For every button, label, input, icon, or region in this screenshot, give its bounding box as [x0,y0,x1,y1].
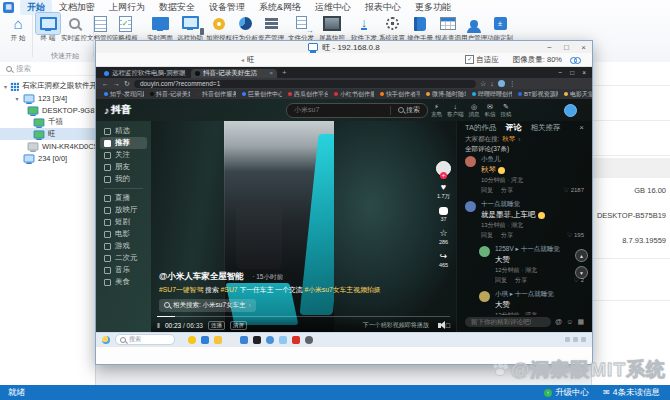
tree-node-4[interactable]: 旺 [0,128,95,140]
download-icon[interactable]: ↓ [490,80,494,87]
unread-messages-button[interactable]: ✉ 4条未读信息 [603,387,660,399]
weather-icon[interactable] [102,336,110,344]
remote-taskbar-app-4[interactable] [240,336,248,344]
remote-taskbar-app-1[interactable] [201,336,209,344]
bookmark-1[interactable]: 抖音-记录美好生活 [150,90,190,99]
sidebar-item-音乐[interactable]: 音乐 [100,264,147,276]
remote-close-icon[interactable]: × [582,69,586,76]
header-item-4[interactable]: ✎投稿 [501,103,512,118]
remote-taskbar-app-6[interactable] [266,336,274,344]
tool-doc-control[interactable] [88,13,112,34]
video-player[interactable]: ♥1.7万37☆286↪465 @小米人车家全屋智能 · 15小时前 #SU7一… [151,121,456,332]
sidebar-item-短剧[interactable]: 短剧 [100,216,147,228]
reply-button[interactable]: 回复 [481,231,493,240]
sidebar-item-直播[interactable]: 直播 [100,192,147,204]
profile-avatar[interactable] [498,80,505,87]
mention-icon[interactable]: @ [555,318,562,326]
remote-taskbar-app-9[interactable] [305,336,313,344]
tool-remote-assist[interactable] [178,13,202,34]
tree-expander[interactable]: ▾ [14,95,20,102]
bookmark-2[interactable]: 抖音创作服务平台 [196,90,236,99]
tool-realtime-monitor[interactable] [62,13,86,34]
commenter-avatar[interactable] [479,291,490,302]
action-share[interactable]: ↪465 [439,252,448,268]
bookmark-5[interactable]: 小红书创作服务平台 [334,90,374,99]
related-search-pill[interactable]: 相关搜索: 小米su7女车主 › [159,299,256,312]
tool-system-settings[interactable] [380,13,404,34]
action-comment[interactable]: 37 [439,207,448,222]
progress-bar[interactable] [157,316,450,317]
autoplay-toggle[interactable]: 连播 [208,321,225,330]
hot-search-term[interactable]: 秋琴 [502,135,515,144]
header-item-1[interactable]: ↓客户端 [447,103,464,118]
sidebar-item-放映厅[interactable]: 放映厅 [100,204,147,216]
remote-taskbar-app-2[interactable] [214,336,222,344]
tab-close-icon[interactable]: × [269,70,273,76]
remote-taskbar-app-5[interactable] [253,336,261,344]
share-button[interactable]: 分享 [501,186,513,195]
sidebar-item-电影[interactable]: 电影 [100,228,147,240]
action-star[interactable]: ☆286 [439,229,448,245]
link-icon[interactable] [570,57,580,63]
tool-behavior-analysis[interactable] [233,13,257,34]
remote-taskbar-search[interactable]: 搜索 [115,334,175,345]
panel-close-icon[interactable]: × [579,123,584,132]
remote-minimize-icon[interactable]: − [558,69,562,76]
tree-node-6[interactable]: 234 [0/0] [0,152,95,164]
tree-node-2[interactable]: DESKTOP-9G8NA80 [0,104,95,116]
volume-icon[interactable] [438,323,441,328]
upgrade-center-button[interactable]: ↑ 升级中心 [544,387,589,399]
commenter-avatar[interactable] [479,246,490,257]
tool-report-query[interactable] [436,13,460,34]
like-count[interactable]: ♡ 195 [567,231,584,240]
douyin-search-input[interactable]: 小米su7 搜索 [286,103,428,118]
tool-screen-snapshot[interactable] [320,13,344,34]
sidebar-item-推荐[interactable]: 推荐 [100,137,147,149]
sidebar-item-游戏[interactable]: 游戏 [100,240,147,252]
remote-taskbar-app-3[interactable] [227,336,235,344]
sidebar-item-二次元[interactable]: 二次元 [100,252,147,264]
comment-input[interactable]: 留下你的精彩评论吧! [465,317,551,327]
minimize-button[interactable]: − [541,41,558,53]
terminal-tab[interactable]: ◂ 旺 [241,55,255,65]
reload-icon[interactable]: ↻ [124,80,130,88]
bookmark-3[interactable]: 巨量创作中心 [242,90,282,99]
tool-home[interactable]: ⌂ [6,13,30,34]
remote-taskbar-app-0[interactable] [188,336,196,344]
scroll-up-button[interactable]: ▲ [575,249,588,262]
url-field[interactable]: douyin.com/?recommend=1 [134,80,476,88]
close-button[interactable]: × [575,41,592,53]
bookmark-7[interactable]: 微博-随时随地 [426,90,466,99]
action-heart[interactable]: ♥1.7万 [437,183,450,200]
hashtag[interactable]: #SU7 [221,286,238,293]
tree-node-3[interactable]: 千禧 [0,116,95,128]
panel-tab-0[interactable]: TA的作品 [465,123,497,133]
commenter-avatar[interactable] [465,201,476,212]
tree-node-1[interactable]: ▾123 [3/4] [0,92,95,104]
fit-checkbox[interactable]: ✓ [465,55,474,64]
remote-browser-tab-1[interactable]: 抖音-记录美好生活× [191,69,277,78]
header-item-2[interactable]: ◎消息 [469,103,480,118]
hashtag[interactable]: #小米su7女车主视频拍摄 [304,286,380,293]
video-author[interactable]: @小米人车家全屋智能 [159,271,244,281]
bookmark-6[interactable]: 快手创作者平台 [380,90,420,99]
scroll-down-button[interactable]: ▼ [575,266,588,279]
reply-button[interactable]: 回复 [495,276,507,285]
header-item-0[interactable]: ⚡充电 [431,103,442,118]
tool-live-screen[interactable] [148,13,172,34]
menu-icon[interactable]: ⋮ [509,80,516,88]
sidebar-item-精选[interactable]: 精选 [100,125,147,137]
tree-node-0[interactable]: ▾石家庄洞察之眼软件开发有限公司 [0,80,95,92]
panel-tab-2[interactable]: 相关推荐 [531,123,561,133]
bookmark-8[interactable]: 哔哩哔哩创作中心 [472,90,512,99]
commenter-avatar[interactable] [465,156,476,167]
tool-more-functions[interactable]: ± [488,13,512,34]
commenter-name[interactable]: 十一点就睡觉 [481,200,584,209]
sidebar-item-美食[interactable]: 美食 [100,276,147,288]
emoji-icon[interactable]: ☺ [566,318,573,326]
reply-button[interactable]: 回复 [481,186,493,195]
tree-expander[interactable]: ▾ [4,83,7,90]
fullscreen-icon[interactable]: □ [446,322,450,329]
tool-user-mgmt[interactable] [462,13,486,34]
tree-node-5[interactable]: WIN-KR4KD0C5913 [0,140,95,152]
